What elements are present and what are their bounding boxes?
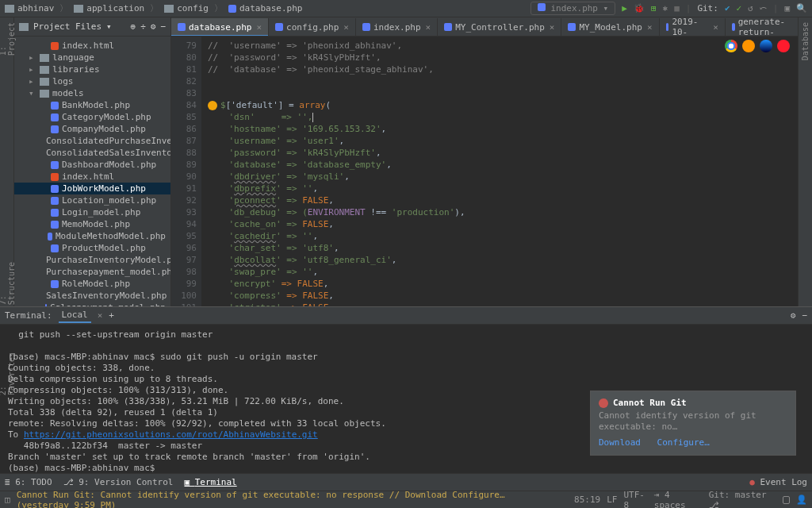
file-encoding[interactable]: UTF-8 xyxy=(623,490,647,509)
git-commit-icon[interactable]: ✓ xyxy=(737,3,742,13)
run-icon[interactable]: ▶ xyxy=(622,3,627,13)
hide-icon[interactable]: − xyxy=(802,310,807,321)
tree-item[interactable]: ▾models xyxy=(14,87,170,99)
git-revert-icon[interactable]: ⤺ xyxy=(760,3,767,13)
tree-item[interactable]: index.html xyxy=(14,171,170,183)
gear-icon[interactable]: ⚙ xyxy=(791,310,796,321)
close-tab-icon[interactable]: × xyxy=(98,310,103,321)
tree-item[interactable]: Login_model.php xyxy=(14,206,170,218)
git-history-icon[interactable]: ↺ xyxy=(748,3,753,13)
tree-item[interactable]: ProductModel.php xyxy=(14,242,170,254)
run-config-selector[interactable]: index.php ▾ xyxy=(530,2,615,15)
debug-icon[interactable]: 🐞 xyxy=(634,3,645,13)
close-icon[interactable]: × xyxy=(343,22,349,33)
terminal-link[interactable]: https://git.pheonixsolutions.com/root/Ab… xyxy=(24,429,318,440)
tree-item-label: Location_model.php xyxy=(62,195,156,206)
php-file-icon xyxy=(538,3,546,11)
database-toolwindow-tab[interactable]: Database xyxy=(801,22,810,60)
tree-item[interactable]: JobWorkModel.php xyxy=(14,183,170,194)
php-file-icon xyxy=(666,23,669,31)
opera-icon[interactable] xyxy=(777,40,790,52)
firefox-icon[interactable] xyxy=(742,40,755,52)
status-icon[interactable]: ◫ xyxy=(5,495,10,505)
status-message[interactable]: Cannot Run Git: Cannot identify version … xyxy=(17,490,561,509)
lock-icon[interactable] xyxy=(783,496,790,504)
php-file-icon xyxy=(228,5,236,13)
vcs-tab[interactable]: ⎇ 9: Version Control xyxy=(63,477,174,487)
close-icon[interactable]: × xyxy=(647,22,653,33)
editor-tab[interactable]: config.php× xyxy=(269,18,356,36)
editor[interactable]: 79 80 81 82 83 84 85 86 87 88 89 90 91 9… xyxy=(171,37,798,306)
tree-item[interactable]: CategoryModel.php xyxy=(14,111,170,123)
folder-icon xyxy=(164,5,174,13)
tree-item[interactable]: RoleModel.php xyxy=(14,278,170,290)
tree-item[interactable]: ▸logs xyxy=(14,75,170,87)
tree-item[interactable]: ConsolidatedSalesInventoryMo xyxy=(14,147,170,159)
breadcrumb[interactable]: abhinav 〉 application 〉 config 〉 databas… xyxy=(5,2,302,14)
tree-item[interactable]: CompanyModel.php xyxy=(14,123,170,135)
tree-item[interactable]: ▸language xyxy=(14,52,170,64)
git-update-icon[interactable]: ✔ xyxy=(725,3,730,13)
notification-configure-link[interactable]: Configure… xyxy=(657,437,710,448)
tree-arrow-icon: ▸ xyxy=(29,52,36,63)
terminal-body[interactable]: git push --set-upstream origin master (b… xyxy=(0,325,812,473)
project-tree[interactable]: index.html▸language▸libraries▸logs▾model… xyxy=(14,37,170,306)
hide-icon[interactable]: − xyxy=(160,21,166,32)
editor-tab[interactable]: database.php× xyxy=(171,18,269,36)
safari-icon[interactable] xyxy=(760,40,772,52)
tree-item[interactable]: SalesInventoryModel.php xyxy=(14,290,170,302)
tree-item[interactable]: index.html xyxy=(14,40,170,52)
structure-toolwindow-tab[interactable]: 7: Structure xyxy=(0,262,16,305)
sidebar-title[interactable]: Project Files xyxy=(33,21,102,32)
tree-item[interactable]: ConsolidatedPurchaseInventor xyxy=(14,135,170,147)
close-icon[interactable]: × xyxy=(550,22,555,33)
crumb-2: application xyxy=(86,3,144,13)
gear-icon[interactable]: ⚙ xyxy=(151,21,156,32)
crumb-4: database.php xyxy=(239,3,302,13)
tree-item[interactable]: BankModel.php xyxy=(14,99,170,111)
stop-icon[interactable]: ■ xyxy=(674,3,680,13)
locate-icon[interactable]: ⊕ xyxy=(131,21,136,32)
git-branch[interactable]: Git: master ⎇ xyxy=(709,490,776,509)
terminal-tab[interactable]: ▣ Terminal xyxy=(184,477,236,487)
event-log-tab[interactable]: ● Event Log xyxy=(749,477,807,487)
editor-tab[interactable]: index.php× xyxy=(356,18,438,36)
dropdown-icon[interactable]: ▾ xyxy=(106,21,112,32)
php-file-icon xyxy=(444,23,452,31)
profiler-icon[interactable]: ⎈ xyxy=(663,3,668,13)
tree-item[interactable]: PurchaseInventoryModel.php xyxy=(14,254,170,266)
inspector-icon[interactable]: 👤 xyxy=(796,495,807,505)
php-file-icon xyxy=(51,102,59,110)
indent-settings[interactable]: ⇥ 4 spaces xyxy=(654,490,703,509)
todo-tab[interactable]: ≣ 6: TODO xyxy=(5,477,52,487)
project-toolwindow-tab[interactable]: 1: Project xyxy=(0,22,16,56)
tree-item[interactable]: ModuleMethodModel.php xyxy=(14,230,170,242)
tree-item[interactable]: Location_model.php xyxy=(14,194,170,206)
tree-item[interactable]: DashboardModel.php xyxy=(14,159,170,171)
folder-icon xyxy=(5,5,14,13)
editor-gutter: 79 80 81 82 83 84 85 86 87 88 89 90 91 9… xyxy=(171,37,201,306)
notification-download-link[interactable]: Download xyxy=(599,437,641,448)
coverage-icon[interactable]: ⊞ xyxy=(651,3,657,13)
tree-item[interactable]: Purchasepayment_model.php xyxy=(14,266,170,278)
close-icon[interactable]: × xyxy=(713,22,718,33)
new-tab-icon[interactable]: + xyxy=(109,310,114,321)
tree-item[interactable]: MemoModel.php xyxy=(14,218,170,230)
editor-tab[interactable]: view-generate-return-jobwork.php× xyxy=(726,18,798,36)
tree-item[interactable]: ▸libraries xyxy=(14,64,170,75)
collapse-icon[interactable]: ÷ xyxy=(140,21,146,32)
terminal-tab-local[interactable]: Local xyxy=(59,308,91,323)
close-icon[interactable]: × xyxy=(256,22,262,33)
search-icon[interactable]: 🔍 xyxy=(796,3,807,13)
close-icon[interactable]: × xyxy=(426,22,431,33)
line-separator[interactable]: LF xyxy=(607,495,617,505)
editor-tab[interactable]: log-2019-10-09.php× xyxy=(660,18,726,36)
tree-item-label: Purchasepayment_model.php xyxy=(46,267,170,277)
tree-item-label: JobWorkModel.php xyxy=(62,183,146,194)
chrome-icon[interactable] xyxy=(725,40,737,52)
caret-position[interactable]: 85:19 xyxy=(574,495,600,505)
editor-code[interactable]: // 'username' => 'pheonixd_abhinav', // … xyxy=(201,37,798,306)
build-icon[interactable]: ▣ xyxy=(784,3,790,13)
editor-tab[interactable]: MY_Controller.php× xyxy=(438,18,561,36)
editor-tab[interactable]: MY_Model.php× xyxy=(561,18,659,36)
